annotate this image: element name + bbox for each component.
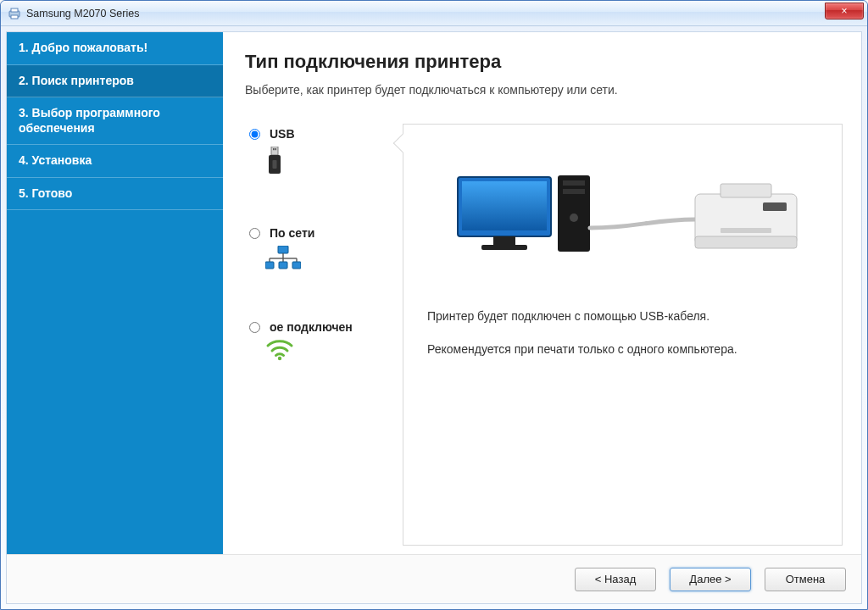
- option-wireless-head: ое подключен: [245, 320, 389, 335]
- preview-notch: [393, 134, 413, 153]
- wizard-footer: < Назад Далее > Отмена: [7, 554, 861, 603]
- cancel-button[interactable]: Отмена: [765, 568, 846, 591]
- connection-preview: Принтер будет подключен с помощью USB-ка…: [403, 124, 843, 546]
- svg-rect-30: [721, 228, 771, 233]
- svg-rect-28: [721, 184, 771, 197]
- wifi-icon: [265, 339, 389, 364]
- svg-rect-4: [273, 148, 275, 150]
- steps-sidebar: 1. Добро пожаловать! 2. Поиск принтеров …: [7, 32, 223, 554]
- installer-window: Samsung M2070 Series × 1. Добро пожалова…: [0, 0, 868, 610]
- back-button[interactable]: < Назад: [575, 568, 656, 591]
- option-usb[interactable]: USB: [245, 127, 389, 180]
- usb-illustration: [427, 169, 818, 279]
- svg-rect-15: [279, 262, 287, 269]
- svg-rect-3: [271, 147, 278, 155]
- svg-rect-29: [763, 202, 787, 211]
- window-title: Samsung M2070 Series: [26, 8, 139, 19]
- description-line-2: Рекомендуется при печати только с одного…: [427, 341, 818, 358]
- radio-wireless[interactable]: [249, 322, 260, 333]
- usb-stick-icon: [265, 147, 389, 180]
- option-network[interactable]: По сети: [245, 226, 389, 274]
- svg-rect-7: [273, 160, 277, 169]
- radio-network[interactable]: [249, 228, 260, 239]
- option-network-label: По сети: [270, 226, 314, 241]
- svg-rect-24: [563, 189, 585, 194]
- step-done[interactable]: 5. Готово: [7, 178, 223, 211]
- connection-options: USB: [245, 124, 389, 546]
- svg-rect-2: [11, 15, 18, 19]
- network-icon: [265, 246, 389, 274]
- option-wireless[interactable]: ое подключен: [245, 320, 389, 365]
- svg-rect-19: [462, 181, 547, 230]
- svg-rect-8: [278, 246, 288, 253]
- step-install[interactable]: 4. Установка: [7, 145, 223, 178]
- main-content: Тип подключения принтера Выберите, как п…: [223, 32, 861, 554]
- svg-rect-27: [695, 236, 797, 248]
- svg-rect-5: [275, 148, 276, 150]
- svg-rect-1: [11, 8, 18, 12]
- description-line-1: Принтер будет подключен с помощью USB-ка…: [427, 308, 818, 325]
- dialog: 1. Добро пожаловать! 2. Поиск принтеров …: [6, 31, 862, 604]
- svg-point-17: [278, 357, 281, 360]
- close-button[interactable]: ×: [825, 3, 864, 19]
- svg-rect-23: [563, 180, 585, 186]
- svg-rect-20: [493, 236, 515, 245]
- radio-usb[interactable]: [249, 129, 260, 140]
- option-usb-label: USB: [270, 127, 295, 141]
- content-row: USB: [245, 124, 843, 546]
- svg-rect-21: [481, 245, 527, 250]
- close-icon: ×: [841, 5, 847, 17]
- next-button[interactable]: Далее >: [670, 568, 751, 591]
- titlebar: Samsung M2070 Series ×: [1, 1, 867, 26]
- page-subtitle: Выберите, как принтер будет подключаться…: [245, 83, 843, 97]
- step-select-software[interactable]: 3. Выбор программного обеспечения: [7, 97, 223, 145]
- option-wireless-label: ое подключен: [270, 320, 353, 335]
- dialog-frame: 1. Добро пожаловать! 2. Поиск принтеров …: [1, 26, 867, 609]
- step-welcome[interactable]: 1. Добро пожаловать!: [7, 32, 223, 65]
- step-search-printers[interactable]: 2. Поиск принтеров: [7, 65, 223, 98]
- option-network-head: По сети: [245, 226, 389, 241]
- connection-description: Принтер будет подключен с помощью USB-ка…: [427, 308, 818, 374]
- printer-app-icon: [8, 7, 21, 20]
- option-usb-head: USB: [245, 127, 389, 141]
- svg-rect-14: [265, 262, 274, 269]
- dialog-body: 1. Добро пожаловать! 2. Поиск принтеров …: [7, 32, 861, 554]
- svg-point-25: [570, 214, 578, 222]
- svg-rect-16: [292, 262, 301, 269]
- page-title: Тип подключения принтера: [245, 51, 843, 73]
